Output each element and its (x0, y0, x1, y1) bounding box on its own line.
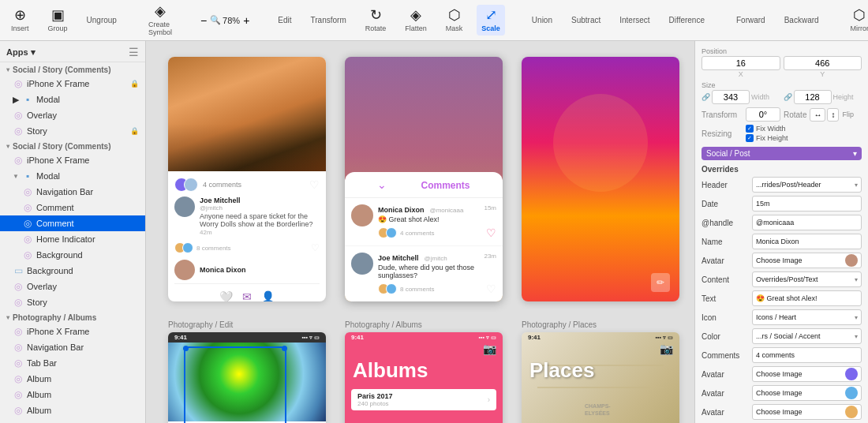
ungroup-button[interactable]: Ungroup (82, 13, 122, 28)
sidebar-item-modal-1[interactable]: ▶ ▪ Modal (0, 92, 145, 107)
sidebar-item-nav-bar-albums[interactable]: ◎ Navigation Bar (0, 339, 145, 355)
sidebar-section-2[interactable]: ▾ Social / Story (Comments) (0, 139, 145, 152)
backward-button[interactable]: Backward (780, 13, 824, 28)
component-selector[interactable]: Social / Post ▾ (702, 147, 862, 160)
sidebar-item-overlay-2[interactable]: ◎ Overlay (0, 279, 145, 294)
size-width-input[interactable] (712, 90, 750, 104)
sidebar-item-comment-1[interactable]: ◎ Comment (0, 200, 145, 215)
joe-heart[interactable]: ♡ (486, 283, 496, 295)
sidebar-item-background-1[interactable]: ◎ Background (0, 247, 145, 263)
edit-button[interactable]: Edit (273, 13, 296, 28)
monica-comment-body: Monica Dixon @monicaaa 15m 😍 Great shot … (378, 204, 496, 239)
signal-icon: ▪▪▪ (302, 335, 308, 340)
insert-button[interactable]: ⊕ Insert (6, 5, 34, 36)
artboard-social-story: 4 comments ♡ Joe Mitchell @jmitch Anyone… (168, 57, 326, 301)
rotate-input[interactable] (746, 107, 780, 122)
sidebar-item-story-1[interactable]: ◎ Story 🔒 (0, 123, 145, 139)
selection-box (184, 346, 286, 423)
override-avatar-2-value[interactable]: Choose Image (752, 366, 862, 382)
mirror-button[interactable]: ⬡ Mirror (846, 5, 868, 36)
sidebar-item-album-2[interactable]: ◎ Album (0, 387, 145, 402)
rotate-button[interactable]: ↻ Rotate (361, 5, 391, 36)
sidebar-item-iphone-x-albums[interactable]: ◎ iPhone X Frame (0, 324, 145, 339)
flip-v-button[interactable]: ↕ (827, 108, 839, 122)
sidebar-item-tab-bar[interactable]: ◎ Tab Bar (0, 355, 145, 371)
intersect-button[interactable]: Intersect (615, 13, 654, 28)
monica-comment-count: 4 comments (400, 230, 435, 237)
comment-modal: ⌄ Comments Monica Dixon (345, 172, 503, 301)
group-button[interactable]: ▣ Group (43, 5, 73, 36)
override-icon-value[interactable]: Icons / Heart ▾ (752, 309, 862, 325)
union-button[interactable]: Union (527, 13, 557, 28)
flatten-button[interactable]: ◈ Flatten (400, 5, 432, 36)
sidebar-item-home-indicator[interactable]: ◎ Home Indicator (0, 231, 145, 247)
override-handle-value[interactable]: @monicaaa (752, 215, 862, 230)
override-avatar-1-value[interactable]: Choose Image (752, 253, 862, 268)
override-header-value[interactable]: ...rrides/Post/Header ▾ (752, 177, 862, 193)
sidebar-item-album-3[interactable]: ◎ Album (0, 402, 145, 418)
sidebar-item-album-1[interactable]: ◎ Album (0, 371, 145, 387)
subtract-button[interactable]: Subtract (567, 13, 605, 28)
monica-avatar (351, 204, 373, 226)
chevron-right-icon: › (488, 395, 490, 404)
override-comments-value[interactable]: 4 comments (752, 347, 862, 363)
fix-height-label[interactable]: Fix Height (746, 134, 788, 142)
map-label-1: CHAMPS- (585, 403, 611, 409)
message-action-icon[interactable]: ✉ (242, 290, 252, 301)
forward-button[interactable]: Forward (731, 13, 770, 28)
override-avatar-1: Avatar Choose Image (702, 253, 862, 268)
override-avatar-4-value[interactable]: Choose Image (752, 404, 862, 420)
override-date-value[interactable]: 15m (752, 196, 862, 212)
flip-buttons: ↔ ↕ (810, 108, 839, 122)
fix-width-label[interactable]: Fix Width (746, 125, 786, 133)
sidebar-item-comment-2[interactable]: ◎ Comment (0, 215, 145, 231)
scale-button[interactable]: ⤢ Scale (477, 5, 505, 36)
sidebar-item-nav-bar[interactable]: ◎ Navigation Bar (0, 184, 145, 200)
override-text-value[interactable]: 😍 Great shot Alex! (752, 290, 862, 306)
position-x-input[interactable] (702, 56, 780, 70)
sidebar-item-modal-2[interactable]: ▼ ▪ Modal (0, 168, 145, 184)
override-name-value[interactable]: Monica Dixon (752, 234, 862, 249)
handle-tr[interactable] (282, 346, 287, 351)
override-content-value[interactable]: Overrides/Post/Text ▾ (752, 271, 862, 287)
sidebar-section-3[interactable]: ▾ Photography / Albums (0, 310, 145, 324)
albums-camera-icon[interactable]: 📷 (345, 343, 503, 355)
monica-heart[interactable]: ♡ (486, 226, 496, 239)
override-avatar-4: Avatar Choose Image (702, 404, 862, 420)
album-item-1[interactable]: Paris 2017 240 photos › (351, 389, 496, 410)
size-height-input[interactable] (794, 90, 832, 104)
chevron-down-icon[interactable]: ⌄ (377, 178, 387, 191)
sidebar-item-iphone-x-frame-1[interactable]: ◎ iPhone X Frame 🔒 (0, 76, 145, 92)
share-action-icon[interactable]: 👤 (261, 290, 275, 301)
edit-button-overlay[interactable]: ✏ (651, 273, 670, 292)
handle-tl[interactable] (183, 346, 189, 351)
create-symbol-button[interactable]: ◈ Create Symbol (144, 1, 177, 39)
sidebar-options-icon[interactable]: ☰ (129, 46, 139, 58)
symbol-icon-6: ◎ (22, 202, 33, 213)
monica-comment-actions: 4 comments ♡ (378, 226, 496, 239)
y-label: Y (784, 70, 862, 78)
sidebar-item-background-rect[interactable]: ▭ Background (0, 263, 145, 279)
override-color-value[interactable]: ...rs / Social / Accent ▾ (752, 328, 862, 344)
override-date: Date 15m (702, 196, 862, 212)
flip-h-button[interactable]: ↔ (810, 108, 825, 122)
position-inputs: X Y (702, 56, 862, 78)
sidebar-item-iphone-x-frame-2[interactable]: ◎ iPhone X Frame (0, 152, 145, 168)
override-avatar-3-value[interactable]: Choose Image (752, 385, 862, 401)
joe-comment-actions: 8 comments ♡ (378, 283, 496, 295)
like-action-icon[interactable]: 🤍 (219, 290, 233, 301)
monica-comment-text: 😍 Great shot Alex! (378, 215, 496, 223)
places-camera-icon[interactable]: 📷 (522, 343, 679, 355)
sidebar-item-story-2[interactable]: ◎ Story (0, 294, 145, 310)
transform-button[interactable]: Transform (306, 13, 351, 28)
folder-icon-2: ▪ (22, 170, 33, 182)
position-y-input[interactable] (784, 56, 862, 70)
zoom-minus-button[interactable]: − (199, 14, 208, 27)
symbol-icon-10: ◎ (13, 281, 24, 292)
sidebar-item-overlay-1[interactable]: ◎ Overlay (0, 107, 145, 123)
difference-button[interactable]: Difference (664, 13, 709, 28)
mask-button[interactable]: ⬡ Mask (441, 5, 468, 36)
sidebar-section-1[interactable]: ▾ Social / Story (Comments) (0, 62, 145, 76)
zoom-plus-button[interactable]: + (241, 14, 251, 27)
apps-selector[interactable]: Apps ▾ (6, 47, 36, 58)
